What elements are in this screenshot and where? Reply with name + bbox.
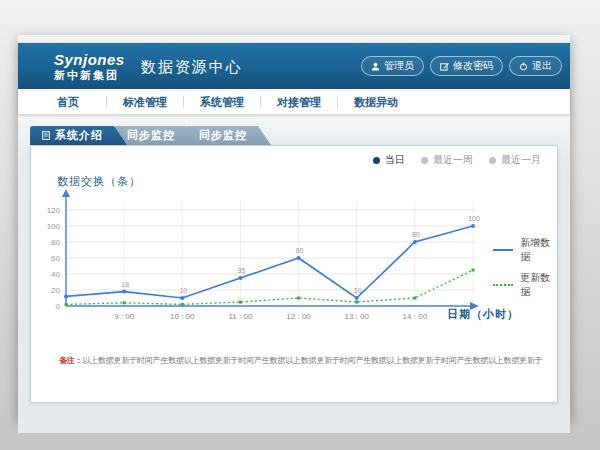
radio-last-week-label: 最近一周: [433, 153, 473, 167]
svg-text:9 : 00: 9 : 00: [114, 312, 135, 321]
radio-last-month[interactable]: 最近一月: [489, 153, 541, 167]
svg-text:35: 35: [238, 267, 246, 274]
svg-text:20: 20: [51, 286, 60, 295]
svg-text:60: 60: [296, 247, 304, 254]
line-sample-icon: [493, 249, 513, 251]
svg-text:18: 18: [121, 281, 129, 288]
header-actions: 管理员 修改密码 退出: [361, 56, 562, 76]
radio-today-label: 当日: [385, 153, 405, 167]
svg-text:80: 80: [51, 238, 60, 247]
nav-item-standard-mgmt[interactable]: 标准管理: [107, 96, 184, 108]
y-axis-label: 数据交换（条）: [57, 174, 141, 189]
window-top-strip: [18, 35, 570, 43]
tab-sync-monitor-1[interactable]: 同步监控: [115, 126, 199, 145]
admin-user-label: 管理员: [384, 59, 414, 73]
legend-label: 新增数据: [520, 236, 557, 264]
svg-text:0: 0: [56, 302, 61, 311]
svg-text:10: 10: [354, 287, 362, 294]
company-logo: Synjones 新中新集团: [54, 52, 125, 81]
nav-item-home[interactable]: 首页: [30, 96, 107, 108]
edit-icon: [440, 62, 449, 71]
app-title: 数据资源中心: [141, 56, 243, 77]
dotted-line-sample-icon: [493, 284, 513, 286]
svg-text:80: 80: [412, 231, 420, 238]
radio-dot-icon: [421, 157, 428, 164]
logo-name: Synjones: [54, 52, 125, 67]
svg-text:10 : 00: 10 : 00: [170, 312, 195, 321]
tab-system-intro[interactable]: 系统介绍: [30, 126, 127, 145]
tab-label: 系统介绍: [55, 129, 103, 141]
svg-text:10: 10: [179, 287, 187, 294]
x-axis-label: 日期（小时）: [447, 307, 519, 322]
logo-subtitle: 新中新集团: [54, 70, 125, 81]
svg-text:13 : 00: 13 : 00: [344, 312, 369, 321]
radio-dot-icon: [373, 157, 380, 164]
document-icon: [42, 127, 50, 146]
svg-text:120: 120: [47, 206, 61, 215]
chart-legend: 新增数据 更新数据: [493, 236, 557, 306]
footnote-prefix: 备注：: [59, 356, 82, 365]
app-window: Synjones 新中新集团 数据资源中心 管理员 修改密码 退出: [18, 35, 570, 420]
power-icon: [519, 62, 528, 71]
radio-today[interactable]: 当日: [373, 153, 405, 167]
radio-last-week[interactable]: 最近一周: [421, 153, 473, 167]
svg-text:14 : 00: 14 : 00: [403, 312, 428, 321]
tab-label: 同步监控: [199, 129, 247, 141]
svg-text:11 : 00: 11 : 00: [228, 312, 252, 321]
svg-text:100: 100: [468, 215, 480, 222]
svg-text:100: 100: [47, 222, 61, 231]
legend-label: 更新数据: [520, 271, 557, 299]
app-header: Synjones 新中新集团 数据资源中心 管理员 修改密码 退出: [18, 43, 570, 89]
nav-item-docking-mgmt[interactable]: 对接管理: [261, 96, 338, 108]
change-password-button[interactable]: 修改密码: [430, 56, 503, 76]
logout-label: 退出: [532, 59, 552, 73]
tab-label: 同步监控: [127, 129, 175, 141]
main-nav: 首页 标准管理 系统管理 对接管理 数据异动: [18, 89, 570, 114]
logout-button[interactable]: 退出: [509, 56, 562, 76]
time-range-filter: 当日 最近一周 最近一月: [373, 153, 541, 167]
radio-last-month-label: 最近一月: [501, 153, 541, 167]
footnote-text: 以上数据更新于时间产生数据以上数据更新于时间产生数据以上数据更新于时间产生数据以…: [82, 356, 542, 365]
nav-item-system-mgmt[interactable]: 系统管理: [184, 96, 261, 108]
user-icon: [371, 62, 380, 71]
tab-sync-monitor-2[interactable]: 同步监控: [187, 126, 271, 145]
footnote: 备注：以上数据更新于时间产生数据以上数据更新于时间产生数据以上数据更新于时间产生…: [59, 355, 553, 366]
chart-panel: 0204060801001209 : 0010 : 0011 : 0012 : …: [30, 145, 558, 403]
nav-item-data-change[interactable]: 数据异动: [338, 96, 414, 108]
tab-bar: 系统介绍 同步监控 同步监控: [30, 126, 570, 145]
desktop-background: { "header": { "logo_name": "Synjones", "…: [0, 0, 600, 450]
change-password-label: 修改密码: [453, 59, 493, 73]
radio-dot-icon: [489, 157, 496, 164]
content-area: 系统介绍 同步监控 同步监控 0204060801001209 : 0010 :…: [18, 114, 570, 433]
svg-text:12 : 00: 12 : 00: [286, 312, 311, 321]
legend-item-updated-data: 更新数据: [493, 271, 557, 299]
svg-text:60: 60: [51, 254, 60, 263]
svg-text:40: 40: [51, 270, 60, 279]
legend-item-new-data: 新增数据: [493, 236, 557, 264]
admin-user-button[interactable]: 管理员: [361, 56, 424, 76]
